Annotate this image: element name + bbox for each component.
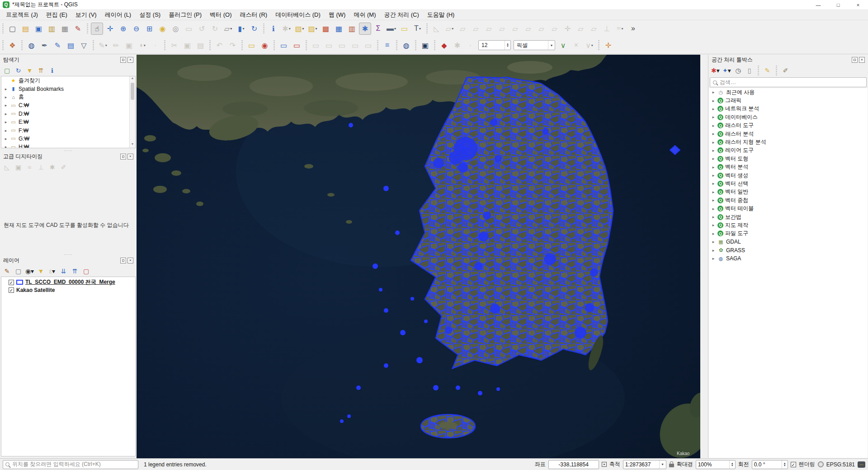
processing-group-10[interactable]: ▸Q벡터 생성 (709, 171, 868, 179)
chevron-down-icon[interactable]: ▾ (452, 27, 453, 31)
chevron-down-icon[interactable]: ▾ (230, 27, 232, 31)
toolbar-grip[interactable] (434, 40, 435, 50)
expand-arrow-icon[interactable]: ▸ (711, 190, 716, 194)
processing-group-3[interactable]: ▸Q데이터베이스 (709, 113, 868, 121)
lock-scale-icon[interactable] (669, 464, 674, 467)
refresh-map-icon[interactable]: ↻ (248, 23, 260, 35)
map-tips-icon[interactable]: ▭ (398, 23, 410, 35)
expand-arrow-icon[interactable]: ▸ (711, 215, 716, 219)
db-manager-icon[interactable]: ≡ (381, 39, 393, 52)
add-web-layer-icon[interactable]: ◍ (25, 39, 38, 52)
expand-arrow-icon[interactable]: ▸ (4, 145, 8, 148)
toolbar-grip[interactable] (164, 40, 165, 50)
toolbar-grip[interactable] (2, 40, 4, 50)
expand-arrow-icon[interactable]: ▸ (711, 198, 716, 202)
toolbar-grip[interactable] (263, 24, 264, 33)
processing-group-5[interactable]: ▸Q래스터 분석 (709, 130, 868, 138)
menu-item-0[interactable]: 프로젝트 (J) (2, 10, 42, 20)
filter-browser-icon[interactable]: ▼ (24, 65, 35, 75)
expand-all-icon[interactable]: ⇊ (58, 266, 69, 276)
chevron-down-icon[interactable]: ▾ (548, 41, 555, 50)
select-features-icon[interactable]: ▧▾ (293, 23, 306, 35)
osm-plugin-icon[interactable]: ▣ (419, 39, 431, 52)
toolbar-grip[interactable] (274, 40, 275, 50)
expand-arrow-icon[interactable]: ▸ (4, 95, 8, 99)
map-canvas-svg[interactable]: Kakao (137, 55, 700, 458)
snapping-tool-icon[interactable]: ∨ (557, 39, 569, 52)
field-calculator-icon[interactable]: ▥ (346, 23, 358, 35)
zoom-out-icon[interactable]: ⊖ (130, 23, 142, 35)
processing-search-input[interactable]: 검색… (710, 77, 867, 87)
processing-float-button[interactable] (852, 57, 858, 63)
browser-item-2[interactable]: ▸⌂홈 (1, 93, 135, 101)
scroll-up-icon[interactable]: ▲ (130, 76, 135, 82)
toolbar-grip[interactable] (87, 24, 88, 33)
menu-item-6[interactable]: 벡터 (O) (206, 10, 236, 20)
browser-item-1[interactable]: ▸▮Spatial Bookmarks (1, 85, 135, 93)
expand-arrow-icon[interactable]: ▸ (711, 148, 716, 153)
processing-group-19[interactable]: ▸✿GRASS (709, 246, 868, 254)
expand-arrow-icon[interactable]: ▸ (4, 136, 8, 141)
zoom-to-selection-icon[interactable]: ◉ (156, 23, 169, 35)
chevron-down-icon[interactable]: ▾ (302, 27, 304, 31)
zoom-full-icon[interactable]: ⊞ (143, 23, 156, 35)
expand-arrow-icon[interactable]: ▸ (4, 120, 8, 124)
crs-globe-icon[interactable] (818, 461, 824, 467)
crosshair-tool-icon[interactable]: ✛ (602, 39, 614, 52)
expand-arrow-icon[interactable]: ▸ (711, 165, 716, 169)
expand-arrow-icon[interactable]: ▸ (4, 112, 8, 116)
chevron-down-icon[interactable]: ▾ (419, 27, 421, 31)
zoom-in-icon[interactable]: ⊕ (117, 23, 129, 35)
processing-group-8[interactable]: ▸Q벡터 도형 (709, 155, 868, 163)
menu-item-8[interactable]: 데이터베이스 (D) (271, 10, 325, 20)
chevron-down-icon[interactable]: ▾ (31, 268, 34, 275)
spinner-arrows-icon[interactable]: ▲▼ (782, 461, 788, 469)
layer-item-1[interactable]: ✓Kakao Satellite (1, 287, 135, 295)
maximize-button[interactable]: □ (828, 0, 848, 9)
chevron-down-icon[interactable]: ▾ (394, 27, 396, 31)
browser-scrollbar[interactable]: ▲ ▼ (129, 76, 135, 148)
processing-group-4[interactable]: ▸Q래스터 도구 (709, 122, 868, 130)
label-unit-combo[interactable]: 픽셀▾ (514, 40, 555, 50)
processing-group-17[interactable]: ▸Q파일 도구 (709, 230, 868, 238)
menu-item-10[interactable]: 메쉬 (M) (349, 10, 380, 20)
add-selected-layers-icon[interactable]: ▢ (2, 65, 12, 75)
processing-group-20[interactable]: ▸◍SAGA (709, 254, 868, 263)
toolbar-grip[interactable] (209, 40, 211, 50)
expand-arrow-icon[interactable]: ▸ (4, 103, 8, 108)
spinner-arrows-icon[interactable]: ▲▼ (505, 41, 510, 50)
collapse-all-layers-icon[interactable]: ⇈ (70, 266, 80, 276)
layer-visibility-checkbox[interactable]: ✓ (9, 280, 14, 285)
results-viewer-icon[interactable]: ▯ (744, 65, 755, 75)
browser-item-4[interactable]: ▸▭D:₩ (1, 110, 135, 118)
pan-to-selection-icon[interactable]: ✛ (104, 23, 116, 35)
measure-line-icon[interactable]: ▬▾ (385, 23, 397, 35)
expand-arrow-icon[interactable]: ▸ (711, 223, 716, 227)
python-scripts-icon[interactable]: ✦▾ (722, 65, 732, 75)
toolbar-grip[interactable] (306, 40, 307, 50)
identify-features-icon[interactable]: ℹ (267, 23, 279, 35)
remove-layer-icon[interactable]: ▢ (81, 266, 91, 276)
style-manager-icon[interactable]: ✎ (72, 23, 84, 35)
open-project-icon[interactable]: ▤ (19, 23, 32, 35)
open-layer-styling-icon[interactable]: ✎ (2, 266, 12, 276)
new-shapefile-layer-icon[interactable]: ✒ (38, 39, 51, 52)
spinner-arrows-icon[interactable]: ▲▼ (729, 461, 735, 469)
menu-item-9[interactable]: 웹 (W) (325, 10, 350, 20)
crs-value[interactable]: EPSG:5181 (826, 461, 855, 468)
browser-item-8[interactable]: ▸▭H:₩ (1, 143, 135, 148)
add-group-icon[interactable]: ▢ (13, 266, 24, 276)
processing-group-2[interactable]: ▸Q네트워크 분석 (709, 105, 868, 113)
render-checkbox[interactable]: ✓ (791, 462, 796, 467)
offline-editing-icon[interactable]: ◆ (438, 39, 450, 52)
menu-item-5[interactable]: 플러그인 (P) (165, 10, 206, 20)
message-log-icon[interactable]: ⋯ (858, 461, 865, 468)
layer-visibility-checkbox[interactable]: ✓ (9, 287, 14, 293)
cad-float-button[interactable] (120, 154, 126, 160)
expand-arrow-icon[interactable]: ▸ (711, 90, 716, 94)
layer-labeling-options-icon[interactable]: ▭ (245, 39, 258, 52)
processing-group-14[interactable]: ▸Q벡터 테이블 (709, 204, 868, 212)
deselect-features-icon[interactable]: ▩ (320, 23, 332, 35)
new-print-layout-icon[interactable]: ▥ (46, 23, 58, 35)
manage-map-themes-icon[interactable]: ◉▾ (24, 266, 35, 276)
